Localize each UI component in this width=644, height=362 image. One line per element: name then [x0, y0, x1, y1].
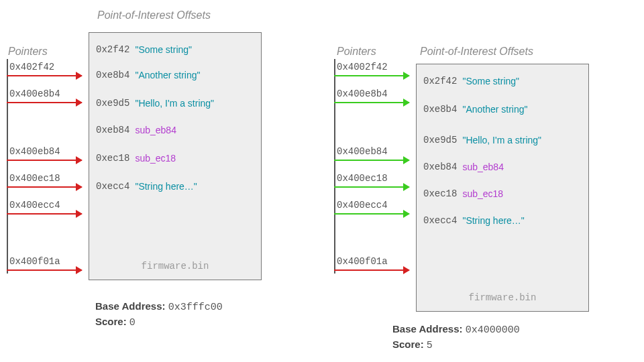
entry-row: 0xecc4 "String here…" [96, 179, 254, 194]
entry-text: "Another string" [135, 70, 200, 80]
entry-row: 0x2f42 "Some string" [96, 42, 254, 57]
offset-text: 0xec18 [423, 188, 457, 199]
arrow-icon [334, 160, 409, 161]
offset-text: 0xe8b4 [423, 104, 457, 115]
entry-row: 0xec18 sub_ec18 [96, 151, 254, 166]
offset-text: 0xe9d5 [96, 98, 129, 109]
entry-text: sub_ec18 [135, 153, 176, 164]
pointer-axis [334, 59, 335, 274]
entry-row: 0xe9d5 "Hello, I'm a string" [96, 96, 254, 111]
entry-row: 0xe9d5 "Hello, I'm a string" [423, 133, 582, 147]
pointer-value: 0x400ec18 [337, 173, 388, 184]
entry-row: 0xec18 sub_ec18 [423, 186, 582, 201]
entry-row: 0xeb84 sub_eb84 [96, 123, 254, 137]
footer: Base Address: 0x3fffc00 Score: 0 [95, 299, 223, 330]
arrow-icon [7, 160, 82, 161]
entry-text: sub_eb84 [462, 162, 504, 172]
poi-header: Point-of-Interest Offsets [420, 46, 533, 58]
entry-text: sub_ec18 [462, 188, 503, 199]
arrow-icon [7, 186, 82, 188]
entry-text: "String here…" [462, 215, 524, 226]
pointer-value: 0x400e8b4 [9, 88, 60, 99]
base-label: Base Address: [95, 300, 166, 312]
pointers-header: Pointers [337, 46, 376, 58]
poi-box: 0x2f42 "Some string" 0xe8b4 "Another str… [416, 64, 589, 312]
base-label: Base Address: [392, 323, 463, 335]
entry-text: sub_eb84 [135, 125, 176, 135]
arrow-icon [7, 102, 82, 103]
arrow-icon [334, 269, 409, 271]
arrow-icon [7, 269, 82, 271]
score-label: Score: [392, 339, 424, 350]
pointer-value: 0x400f01a [9, 256, 60, 267]
score-label: Score: [95, 316, 127, 327]
pointer-value: 0x400eb84 [9, 146, 60, 157]
pointer-value: 0x402f42 [9, 62, 54, 72]
poi-box: 0x2f42 "Some string" 0xe8b4 "Another str… [89, 32, 262, 280]
entry-row: 0x2f42 "Some string" [423, 74, 582, 88]
base-value: 0x4000000 [466, 324, 520, 336]
score-value: 0 [129, 317, 136, 328]
arrow-icon [334, 102, 409, 103]
arrow-icon [7, 213, 82, 215]
entry-text: "Hello, I'm a string" [462, 135, 541, 145]
offset-text: 0xeb84 [423, 162, 457, 172]
offset-text: 0xec18 [96, 153, 129, 164]
footer: Base Address: 0x4000000 Score: 5 [392, 322, 520, 353]
arrow-icon [334, 186, 409, 188]
arrow-icon [7, 75, 82, 76]
offset-text: 0xe9d5 [423, 135, 457, 145]
entry-row: 0xe8b4 "Another string" [96, 68, 254, 82]
entry-text: "Another string" [462, 104, 527, 115]
pointer-value: 0x400e8b4 [337, 88, 388, 99]
entry-text: "Some string" [135, 44, 192, 55]
offset-text: 0xecc4 [423, 215, 457, 226]
pointer-value: 0x400ec18 [9, 173, 60, 184]
entry-text: "Hello, I'm a string" [135, 98, 214, 109]
base-value: 0x3fffc00 [168, 302, 223, 313]
score-value: 5 [427, 340, 433, 351]
offset-text: 0xecc4 [96, 181, 129, 192]
pointers-header: Pointers [8, 46, 48, 58]
pointer-value: 0x400ecc4 [9, 200, 60, 210]
panel-right: Pointers Point-of-Interest Offsets 0x2f4… [322, 0, 644, 362]
offset-text: 0xeb84 [96, 125, 129, 135]
file-label: firmware.bin [417, 292, 588, 303]
arrow-icon [334, 213, 409, 215]
offset-text: 0x2f42 [423, 76, 457, 86]
pointer-value: 0x4002f42 [337, 62, 388, 72]
entry-row: 0xeb84 sub_eb84 [423, 160, 582, 174]
file-label: firmware.bin [89, 261, 261, 272]
pointer-value: 0x400eb84 [337, 146, 388, 157]
panel-left: Point-of-Interest Offsets Pointers 0x2f4… [0, 0, 322, 362]
pointer-axis [7, 59, 8, 274]
offset-text: 0xe8b4 [96, 70, 129, 80]
offset-text: 0x2f42 [96, 44, 129, 55]
entry-row: 0xecc4 "String here…" [423, 213, 582, 228]
arrow-icon [334, 75, 409, 76]
entry-text: "Some string" [462, 76, 519, 86]
pointer-value: 0x400f01a [337, 256, 388, 267]
entry-text: "String here…" [135, 181, 197, 192]
entry-row: 0xe8b4 "Another string" [423, 102, 582, 117]
pointer-value: 0x400ecc4 [337, 200, 388, 210]
poi-header: Point-of-Interest Offsets [97, 9, 211, 21]
